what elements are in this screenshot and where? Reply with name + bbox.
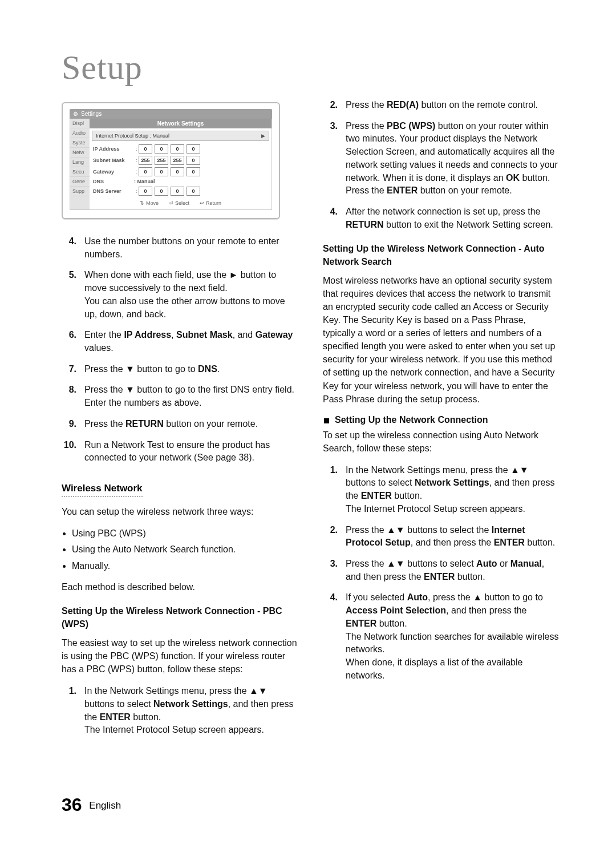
ip-address-row: IP Address: 0 0 0 0: [93, 144, 268, 154]
ip-cell: 0: [171, 144, 184, 154]
ip-cell: 255: [155, 156, 168, 165]
page-footer: 36 English: [62, 794, 121, 815]
ip-cell: 0: [155, 167, 168, 176]
left-column: ⚙ Settings Displ Audio Syste Netw Lang S…: [62, 99, 298, 745]
return-icon: ↩: [200, 200, 204, 206]
dns-row: DNS : Manual: [93, 179, 268, 184]
step: 4. After the network connection is set u…: [323, 205, 559, 231]
protocol-setup-label: Internet Protocol Setup : Manual: [96, 133, 169, 139]
step: 1. In the Network Settings menu, press t…: [323, 464, 559, 516]
pbc-intro: The easiest way to set up the wireless n…: [62, 636, 298, 676]
ip-cell: 0: [155, 187, 168, 196]
select-hint: ⏎Select: [169, 200, 189, 206]
manual-steps: 4.Use the number buttons on your remote …: [62, 235, 298, 465]
tv-panel-title: Network Settings: [90, 119, 271, 128]
wireless-bullets: Using PBC (WPS) Using the Auto Network S…: [72, 527, 298, 572]
ip-cell: 0: [187, 187, 200, 196]
sidebar-item: Supp: [70, 187, 90, 196]
step: 4.Use the number buttons on your remote …: [62, 235, 298, 261]
wireless-intro: You can setup the wireless network three…: [62, 505, 298, 518]
page-title: Setup: [62, 48, 559, 87]
subnet-row: Subnet Mask: 255 255 255 0: [93, 156, 268, 165]
return-hint: ↩Return: [200, 200, 221, 206]
page: Setup ⚙ Settings Displ Audio Syste Netw …: [0, 0, 616, 787]
gateway-row: Gateway: 0 0 0 0: [93, 167, 268, 176]
tv-main: Network Settings Internet Protocol Setup…: [90, 119, 271, 209]
ip-cell: 0: [139, 167, 152, 176]
bullet: Using PBC (WPS): [72, 527, 298, 540]
right-column: 2. Press the RED(A) button on the remote…: [323, 99, 559, 745]
step: 3. Press the ▲▼ buttons to select Auto o…: [323, 558, 559, 583]
sidebar-item: Secu: [70, 167, 90, 177]
auto-steps: 1. In the Network Settings menu, press t…: [323, 464, 559, 683]
ip-cell: 0: [171, 167, 184, 176]
sidebar-item: Syste: [70, 138, 90, 148]
settings-label: Settings: [81, 111, 102, 117]
auto-paragraph: Most wireless networks have an optional …: [323, 274, 559, 405]
ip-cell: 0: [187, 144, 200, 154]
field-label: DNS: [93, 179, 134, 184]
step: 8.Press the ▼ button to go to the first …: [62, 383, 298, 409]
step: 9. Press the RETURN button on your remot…: [62, 418, 298, 431]
updown-icon: ⇅: [140, 200, 144, 206]
two-column-layout: ⚙ Settings Displ Audio Syste Netw Lang S…: [62, 99, 559, 745]
field-label: Gateway: [93, 169, 134, 175]
page-number: 36: [62, 794, 82, 815]
ip-cell: 0: [171, 187, 184, 196]
step: 5. When done with each field, use the ► …: [62, 269, 298, 321]
field-value: : Manual: [134, 179, 155, 184]
sidebar-item: Displ: [70, 119, 90, 128]
step: 2. Press the RED(A) button on the remote…: [323, 99, 559, 112]
auto-heading: Setting Up the Wireless Network Connecti…: [323, 243, 559, 268]
sidebar-item: Audio: [70, 128, 90, 138]
sidebar-item: Lang: [70, 158, 90, 167]
pbc-steps: 1. In the Network Settings menu, press t…: [62, 685, 298, 737]
wireless-heading: Wireless Network: [62, 483, 143, 497]
protocol-setup-row: Internet Protocol Setup : Manual ▶: [92, 131, 269, 141]
move-hint: ⇅Move: [140, 200, 159, 206]
square-heading: Setting Up the Network Connection: [324, 415, 559, 425]
step: 3. Press the PBC (WPS) button on your ro…: [323, 120, 559, 197]
bullet: Using the Auto Network Search function.: [72, 543, 298, 556]
ip-cell: 0: [139, 187, 152, 196]
ip-cell: 0: [187, 156, 200, 165]
enter-icon: ⏎: [169, 200, 173, 206]
ip-cell: 0: [155, 144, 168, 154]
ip-cell: 255: [139, 156, 152, 165]
ip-cell: 0: [187, 167, 200, 176]
ip-cell: 255: [171, 156, 184, 165]
step: 6. Enter the IP Address, Subnet Mask, an…: [62, 329, 298, 354]
tv-footer: ⇅Move ⏎Select ↩Return: [90, 200, 271, 206]
field-label: DNS Server: [93, 188, 134, 194]
square-icon: [324, 418, 329, 423]
tv-sidebar: Displ Audio Syste Netw Lang Secu Gene Su…: [70, 119, 90, 209]
field-label: Subnet Mask: [93, 158, 134, 163]
wireless-after: Each method is described below.: [62, 580, 298, 593]
page-lang: English: [89, 800, 121, 811]
sidebar-item: Netw: [70, 148, 90, 158]
step: 7. Press the ▼ button to go to DNS.: [62, 363, 298, 376]
tv-fields: IP Address: 0 0 0 0 Subnet Mask:: [93, 144, 268, 196]
pbc-steps-continued: 2. Press the RED(A) button on the remote…: [323, 99, 559, 231]
step: 4. If you selected Auto, press the ▲ but…: [323, 591, 559, 682]
step: 2. Press the ▲▼ buttons to select the In…: [323, 524, 559, 550]
tv-header: ⚙ Settings: [70, 109, 272, 119]
sidebar-item: Gene: [70, 177, 90, 187]
auto-intro: To set up the wireless connection using …: [323, 429, 559, 455]
step: 10.Run a Network Test to ensure the prod…: [62, 439, 298, 465]
tv-body: Displ Audio Syste Netw Lang Secu Gene Su…: [70, 119, 272, 210]
field-label: IP Address: [93, 146, 134, 152]
ip-cell: 0: [139, 144, 152, 154]
tv-screenshot: ⚙ Settings Displ Audio Syste Netw Lang S…: [62, 102, 280, 219]
chevron-right-icon: ▶: [261, 133, 265, 139]
bullet: Manually.: [72, 560, 298, 572]
pbc-heading: Setting Up the Wireless Network Connecti…: [62, 605, 298, 631]
dns-server-row: DNS Server: 0 0 0 0: [93, 187, 268, 196]
step: 1. In the Network Settings menu, press t…: [62, 685, 298, 737]
gear-icon: ⚙: [73, 111, 78, 117]
